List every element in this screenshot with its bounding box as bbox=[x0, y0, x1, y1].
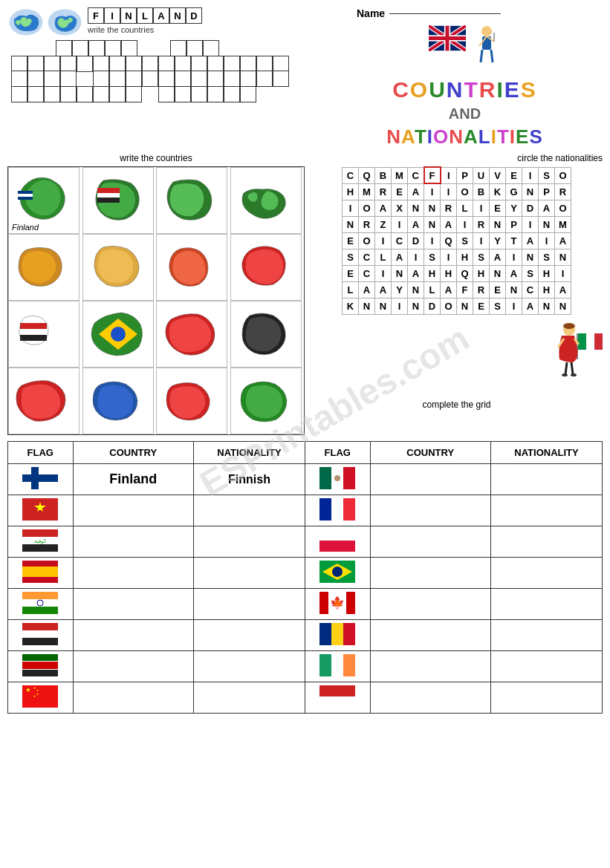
map-kenya bbox=[230, 301, 302, 368]
flag-cell-right bbox=[305, 620, 371, 651]
svg-rect-57 bbox=[319, 541, 355, 552]
svg-rect-77 bbox=[22, 654, 58, 662]
ws-cell-8-10: I bbox=[506, 298, 522, 314]
ws-cell-6-9: N bbox=[490, 265, 506, 281]
svg-rect-85 bbox=[343, 654, 355, 676]
svg-rect-93 bbox=[319, 696, 355, 708]
world-map-icon-2 bbox=[46, 7, 83, 37]
ws-cell-4-3: C bbox=[392, 232, 408, 249]
map-egypt bbox=[8, 301, 80, 368]
grid-header: NATIONALITY bbox=[194, 442, 305, 464]
svg-text:🍁: 🍁 bbox=[330, 595, 345, 610]
cell-N: N bbox=[120, 7, 137, 24]
ws-cell-5-0: S bbox=[343, 249, 359, 265]
complete-grid-label: complete the grid bbox=[311, 399, 603, 410]
ws-cell-7-13: A bbox=[555, 281, 571, 298]
cw-row-3 bbox=[11, 71, 319, 87]
ws-cell-6-13: I bbox=[555, 265, 571, 281]
flag-cell-left bbox=[8, 651, 74, 682]
nationality-cell-right bbox=[491, 682, 603, 714]
ws-cell-3-0: N bbox=[343, 216, 359, 232]
ws-cell-7-0: L bbox=[343, 281, 359, 298]
title-with-flag bbox=[429, 25, 502, 77]
ws-cell-3-7: I bbox=[457, 216, 473, 232]
cw-row-4 bbox=[11, 86, 319, 102]
flags-section-label: write the countries bbox=[7, 153, 305, 163]
nationalities-title: NATIONALITIES bbox=[386, 125, 543, 149]
ws-cell-2-12: A bbox=[539, 200, 555, 216]
ws-cell-6-6: H bbox=[441, 265, 457, 281]
nationality-cell-right bbox=[491, 526, 603, 558]
ws-cell-7-7: F bbox=[457, 281, 473, 298]
country-cell-left: Finland bbox=[73, 464, 194, 495]
nationality-cell-left bbox=[194, 620, 305, 651]
ws-cell-6-4: A bbox=[408, 265, 424, 281]
svg-rect-81 bbox=[22, 661, 58, 662]
map-finland: Finland bbox=[8, 167, 80, 234]
ws-cell-2-7: L bbox=[457, 200, 473, 216]
top-section: F I N L A N D write the countries bbox=[7, 7, 603, 149]
ws-cell-4-10: T bbox=[506, 232, 522, 249]
finland-label: Finland bbox=[12, 223, 39, 232]
ws-cell-8-5: D bbox=[424, 298, 441, 314]
name-underline bbox=[389, 13, 501, 14]
ws-cell-0-2: B bbox=[375, 167, 392, 183]
flags-section: write the countries Finland bbox=[7, 153, 305, 435]
ws-cell-3-11: I bbox=[522, 216, 539, 232]
ws-cell-7-3: Y bbox=[392, 281, 408, 298]
ws-cell-4-5: I bbox=[424, 232, 441, 249]
ws-cell-5-7: H bbox=[457, 249, 473, 265]
crossword-grid bbox=[11, 40, 319, 102]
svg-rect-65 bbox=[22, 607, 58, 614]
map-unknown2 bbox=[156, 368, 227, 434]
svg-rect-73 bbox=[22, 638, 58, 645]
svg-line-37 bbox=[571, 362, 573, 374]
ws-cell-8-0: K bbox=[343, 298, 359, 314]
table-row bbox=[8, 558, 603, 589]
ws-cell-4-1: O bbox=[359, 232, 375, 249]
ws-cell-7-8: R bbox=[473, 281, 490, 298]
flag-cell-right bbox=[305, 651, 371, 682]
nationality-cell-right bbox=[491, 495, 603, 526]
nationality-cell-left bbox=[194, 589, 305, 620]
ws-cell-5-9: A bbox=[490, 249, 506, 265]
svg-rect-24 bbox=[20, 323, 47, 329]
country-cell-left bbox=[73, 526, 194, 558]
svg-rect-76 bbox=[343, 623, 355, 645]
cw-row-1 bbox=[56, 40, 319, 56]
ws-cell-3-9: N bbox=[490, 216, 506, 232]
ws-cell-2-4: N bbox=[408, 200, 424, 216]
finland-cells: F I N L A N D bbox=[88, 7, 202, 24]
nationality-cell-right bbox=[491, 464, 603, 495]
ws-cell-0-3: M bbox=[392, 167, 408, 183]
grid-header: COUNTRY bbox=[370, 442, 491, 464]
svg-rect-49 bbox=[319, 498, 331, 521]
ws-cell-4-7: S bbox=[457, 232, 473, 249]
country-cell-right bbox=[370, 558, 491, 589]
ws-cell-5-5: S bbox=[424, 249, 441, 265]
ws-cell-5-8: S bbox=[473, 249, 490, 265]
svg-rect-54 bbox=[22, 544, 58, 552]
ws-cell-4-9: Y bbox=[490, 232, 506, 249]
nationality-cell-right bbox=[491, 620, 603, 651]
ws-cell-4-4: D bbox=[408, 232, 424, 249]
ws-cell-4-13: A bbox=[555, 232, 571, 249]
svg-point-62 bbox=[332, 567, 343, 577]
ws-cell-5-1: C bbox=[359, 249, 375, 265]
svg-rect-71 bbox=[22, 623, 58, 630]
ws-cell-1-4: A bbox=[408, 183, 424, 200]
svg-rect-30 bbox=[586, 333, 594, 350]
map-romania bbox=[82, 368, 154, 434]
nationality-cell-left bbox=[194, 682, 305, 714]
svg-rect-74 bbox=[319, 623, 331, 645]
country-cell-left bbox=[73, 620, 194, 651]
circle-label: circle the nationalities bbox=[311, 153, 603, 163]
ws-cell-7-10: N bbox=[506, 281, 522, 298]
ws-cell-7-11: C bbox=[522, 281, 539, 298]
ws-cell-7-9: E bbox=[490, 281, 506, 298]
ws-cell-0-11: I bbox=[522, 167, 539, 183]
svg-rect-43 bbox=[319, 467, 331, 489]
uk-flag-icon bbox=[429, 25, 466, 51]
ws-cell-6-10: A bbox=[506, 265, 522, 281]
nationality-cell-right bbox=[491, 558, 603, 589]
